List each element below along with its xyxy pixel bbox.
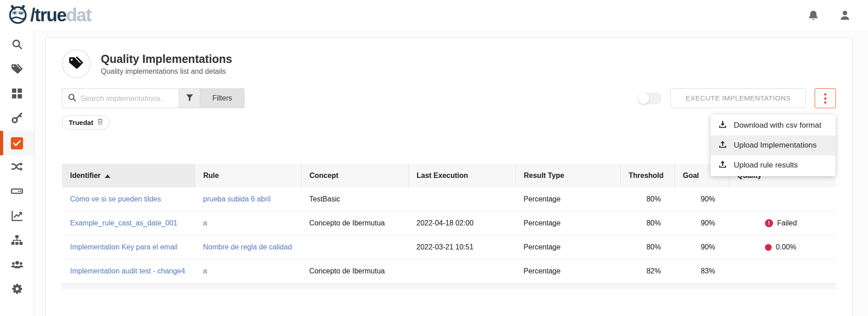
sidebar-item-sources[interactable] <box>0 180 34 204</box>
concept-cell: Concepto de Ibermutua <box>301 211 408 235</box>
rule-link[interactable]: a <box>203 267 207 275</box>
threshold-cell: 80% <box>620 211 675 235</box>
execute-implementations-button[interactable]: EXECUTE IMPLEMENTATIONS <box>670 88 806 108</box>
filter-funnel-button[interactable] <box>179 88 200 108</box>
threshold-cell: 82% <box>620 259 675 283</box>
sidebar-item-lineage[interactable] <box>0 155 34 180</box>
threshold-cell: 80% <box>620 235 675 259</box>
page-subtitle: Quality implementations list and details <box>101 67 232 76</box>
menu-item-label: Upload Implementations <box>734 141 816 150</box>
sidebar-item-quality[interactable] <box>0 131 34 155</box>
last-execution-cell: 2022-03-21 10:51 <box>408 235 515 259</box>
users-icon <box>11 259 24 272</box>
concept-cell: Concepto de Ibermutua <box>301 259 408 283</box>
table-footer-strip <box>62 284 836 289</box>
bell-icon[interactable] <box>807 10 819 21</box>
rule-link[interactable]: a <box>203 219 207 227</box>
toggle-knob <box>638 93 649 104</box>
page-badge <box>62 49 91 78</box>
sidebar-item-search[interactable] <box>0 33 34 57</box>
quality-cell: 0.00% <box>729 235 836 259</box>
kebab-dropdown-menu: Download with csv format Upload Implemen… <box>711 115 835 176</box>
chart-line-icon <box>11 210 23 223</box>
filters-button[interactable]: Filters <box>200 88 245 108</box>
app-logo[interactable]: /truedat <box>7 4 91 27</box>
red-dot-icon <box>765 244 772 251</box>
result-type-cell: Percentage <box>515 211 620 235</box>
error-circle-icon: ! <box>765 219 773 227</box>
kebab-menu-button[interactable] <box>815 88 836 108</box>
quality-status-label: Failed <box>777 219 797 227</box>
goal-cell: 90% <box>675 235 729 259</box>
last-execution-cell: 2022-04-18 02:00 <box>408 211 515 235</box>
quality-cell: ! Failed <box>729 211 836 235</box>
sidebar-item-settings[interactable] <box>0 278 34 302</box>
quality-value-label: 0.00% <box>776 243 796 251</box>
key-icon <box>11 112 23 125</box>
gear-icon <box>11 283 23 297</box>
identifier-link[interactable]: Implementation Key para el email <box>70 243 177 251</box>
tag-icon <box>68 56 85 72</box>
sidebar-item-structures[interactable] <box>0 229 34 253</box>
logo-text: /truedat <box>30 5 91 25</box>
upload-icon <box>718 140 727 151</box>
implementations-table: Identifier Rule Concept Last Execution R… <box>62 164 836 289</box>
menu-item-label: Upload rule results <box>734 161 798 170</box>
rule-link[interactable]: prueba subida 6 abril <box>203 195 270 203</box>
menu-item-label: Download with csv format <box>734 121 821 130</box>
user-icon[interactable] <box>839 10 851 21</box>
upload-icon <box>718 160 727 171</box>
drive-icon <box>11 186 23 198</box>
table-row: Example_rule_cast_as_date_001 a Concepto… <box>62 211 836 235</box>
sidebar <box>0 30 34 316</box>
grid-icon <box>11 88 23 101</box>
check-square-icon <box>11 137 23 149</box>
threshold-cell: 80% <box>620 187 675 211</box>
column-header-concept[interactable]: Concept <box>301 164 408 187</box>
column-header-last-execution[interactable]: Last Execution <box>408 164 515 187</box>
menu-item-upload-implementations[interactable]: Upload Implementations <box>711 135 835 155</box>
chip-label: Truedat <box>69 119 93 126</box>
search-icon <box>11 38 23 52</box>
menu-item-download-csv[interactable]: Download with csv format <box>711 115 835 135</box>
identifier-link[interactable]: Implementation audit test - change4 <box>70 267 185 275</box>
sidebar-item-tags[interactable] <box>0 57 34 82</box>
table-row: Implementation audit test - change4 a Co… <box>62 259 836 283</box>
owl-icon <box>7 4 28 27</box>
result-type-cell: Percentage <box>515 235 620 259</box>
sidebar-item-groups[interactable] <box>0 253 34 278</box>
rule-link[interactable]: Nombre de regla de calidad <box>203 243 292 251</box>
table-row: Cómo ve si se pueden tildes prueba subid… <box>62 187 836 211</box>
quality-cell <box>729 187 836 211</box>
identifier-link[interactable]: Example_rule_cast_as_date_001 <box>70 219 178 227</box>
concept-cell: TestBasic <box>301 187 408 211</box>
search-input-wrap <box>62 88 179 108</box>
page-title: Quality Implementations <box>101 53 232 66</box>
tag-icon <box>11 63 23 76</box>
column-header-threshold[interactable]: Threshold <box>620 164 675 187</box>
sidebar-item-dashboard[interactable] <box>0 82 34 106</box>
menu-item-upload-rule-results[interactable]: Upload rule results <box>711 155 835 175</box>
goal-cell: 90% <box>675 211 729 235</box>
quality-implementations-card: Quality Implementations Quality implemen… <box>45 37 853 316</box>
sidebar-item-insights[interactable] <box>0 204 34 229</box>
execute-toggle[interactable] <box>638 93 661 104</box>
column-header-identifier[interactable]: Identifier <box>62 164 195 187</box>
identifier-link[interactable]: Cómo ve si se pueden tildes <box>70 195 161 203</box>
shuffle-icon <box>11 161 23 174</box>
search-input[interactable] <box>80 94 173 103</box>
column-header-rule[interactable]: Rule <box>195 164 301 187</box>
funnel-icon <box>186 94 193 103</box>
search-icon <box>68 93 76 104</box>
kebab-icon <box>824 93 826 104</box>
sidebar-item-permissions[interactable] <box>0 106 34 131</box>
download-icon <box>718 120 727 131</box>
quality-cell <box>729 259 836 283</box>
last-execution-cell <box>408 187 515 211</box>
concept-cell <box>301 235 408 259</box>
filter-chip-truedat: Truedat <box>62 115 110 129</box>
column-header-result-type[interactable]: Result Type <box>515 164 620 187</box>
trash-icon[interactable] <box>97 118 103 127</box>
result-type-cell: Percentage <box>515 187 620 211</box>
sitemap-icon <box>11 235 23 248</box>
